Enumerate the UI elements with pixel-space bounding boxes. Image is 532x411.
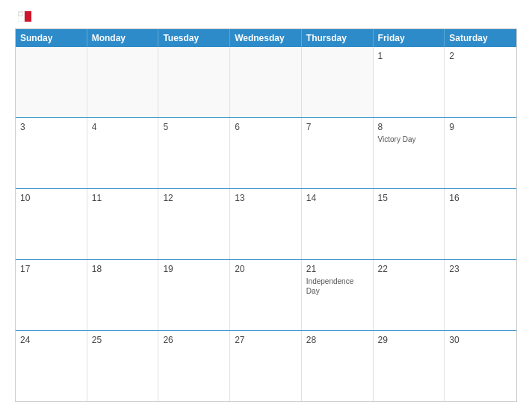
cal-cell: 24	[16, 331, 87, 401]
day-number: 12	[163, 193, 225, 203]
day-number: 2	[449, 51, 512, 61]
cal-cell: 19	[158, 260, 230, 330]
cal-cell: 28	[302, 331, 374, 401]
day-number: 28	[306, 335, 368, 345]
day-number: 4	[92, 122, 154, 132]
cal-cell: 15	[374, 189, 445, 259]
day-number: 29	[378, 335, 440, 345]
header-cell-saturday: Saturday	[445, 29, 516, 47]
cal-cell: 1	[374, 47, 445, 117]
cal-cell: 14	[302, 189, 374, 259]
cal-cell: 13	[230, 189, 302, 259]
cal-cell	[87, 47, 159, 117]
calendar-grid: SundayMondayTuesdayWednesdayThursdayFrid…	[15, 28, 517, 402]
event-label: Independence Day	[306, 276, 368, 296]
week-row-0: 12	[16, 47, 516, 118]
day-number: 19	[163, 264, 225, 274]
cal-cell: 8Victory Day	[374, 118, 445, 188]
day-number: 27	[235, 335, 297, 345]
day-number: 9	[449, 122, 512, 132]
logo-flag-icon	[18, 11, 31, 22]
day-number: 6	[235, 122, 297, 132]
cal-cell: 2	[445, 47, 516, 117]
cal-cell: 12	[158, 189, 230, 259]
week-row-3: 1718192021Independence Day2223	[16, 260, 516, 331]
day-number: 23	[449, 264, 512, 274]
day-number: 10	[20, 193, 82, 203]
cal-cell: 11	[87, 189, 159, 259]
day-number: 7	[306, 122, 368, 132]
cal-cell: 17	[16, 260, 87, 330]
day-number: 22	[378, 264, 440, 274]
day-number: 15	[378, 193, 440, 203]
day-number: 30	[449, 335, 512, 345]
header-cell-friday: Friday	[374, 29, 445, 47]
day-number: 18	[92, 264, 154, 274]
svg-rect-1	[25, 11, 31, 22]
calendar-header: SundayMondayTuesdayWednesdayThursdayFrid…	[16, 29, 516, 47]
week-row-4: 24252627282930	[16, 331, 516, 401]
day-number: 5	[163, 122, 225, 132]
week-row-1: 345678Victory Day9	[16, 118, 516, 189]
header-cell-monday: Monday	[87, 29, 159, 47]
cal-cell: 26	[158, 331, 230, 401]
cal-cell: 22	[374, 260, 445, 330]
cal-cell: 18	[87, 260, 159, 330]
event-label: Victory Day	[378, 135, 440, 144]
day-number: 8	[378, 122, 440, 132]
cal-cell	[16, 47, 87, 117]
day-number: 20	[235, 264, 297, 274]
day-number: 21	[306, 264, 368, 274]
cal-cell: 10	[16, 189, 87, 259]
logo	[15, 12, 31, 22]
cal-cell: 23	[445, 260, 516, 330]
header-cell-sunday: Sunday	[16, 29, 87, 47]
week-row-2: 10111213141516	[16, 189, 516, 260]
header-cell-tuesday: Tuesday	[158, 29, 230, 47]
cal-cell: 30	[445, 331, 516, 401]
day-number: 16	[449, 193, 512, 203]
cal-cell: 9	[445, 118, 516, 188]
cal-cell: 29	[374, 331, 445, 401]
cal-cell: 7	[302, 118, 374, 188]
cal-cell: 16	[445, 189, 516, 259]
cal-cell: 6	[230, 118, 302, 188]
cal-cell: 25	[87, 331, 159, 401]
day-number: 25	[92, 335, 154, 345]
day-number: 24	[20, 335, 82, 345]
day-number: 13	[235, 193, 297, 203]
cal-cell: 3	[16, 118, 87, 188]
cal-cell: 4	[87, 118, 159, 188]
calendar-body: 12345678Victory Day910111213141516171819…	[16, 47, 516, 401]
cal-cell	[302, 47, 374, 117]
cal-cell: 5	[158, 118, 230, 188]
day-number: 26	[163, 335, 225, 345]
header-cell-thursday: Thursday	[302, 29, 374, 47]
cal-cell: 20	[230, 260, 302, 330]
day-number: 1	[378, 51, 440, 61]
header-cell-wednesday: Wednesday	[230, 29, 302, 47]
cal-cell	[158, 47, 230, 117]
calendar-page: SundayMondayTuesdayWednesdayThursdayFrid…	[0, 0, 532, 411]
cal-cell: 27	[230, 331, 302, 401]
cal-cell	[230, 47, 302, 117]
day-number: 11	[92, 193, 154, 203]
day-number: 14	[306, 193, 368, 203]
day-number: 17	[20, 264, 82, 274]
page-header	[15, 12, 517, 22]
cal-cell: 21Independence Day	[302, 260, 374, 330]
day-number: 3	[20, 122, 82, 132]
